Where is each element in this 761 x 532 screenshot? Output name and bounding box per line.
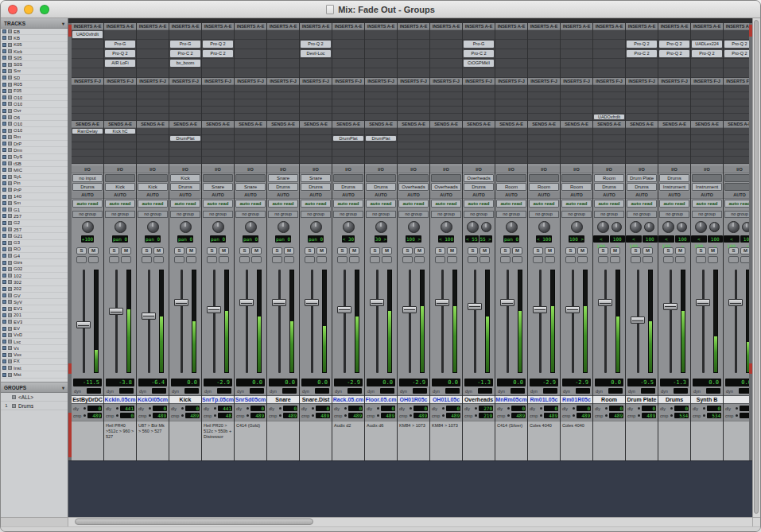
pan-knob[interactable] [212,221,224,233]
send-slot[interactable] [104,157,136,164]
pan-display-right[interactable]: 100 > [643,235,658,243]
track-list-item[interactable]: O10 [1,127,68,134]
input-selector[interactable]: Overheads [464,174,494,182]
tracks-panel-header[interactable]: TRACKS ▾ [1,18,68,29]
send-slot[interactable] [332,128,364,135]
output-selector[interactable]: Snare [203,183,233,191]
pan-display[interactable]: < 100 [691,235,707,243]
send-slot[interactable] [202,142,234,150]
insert-slot[interactable] [137,30,169,40]
automation-mode-button[interactable]: auto read [496,200,526,208]
mute-button[interactable]: M [480,247,490,254]
pan-display[interactable]: pan 0 [145,235,161,243]
insert-slot[interactable] [626,59,658,68]
track-list-item[interactable]: SyV [1,299,68,305]
insert-slot[interactable] [658,114,690,121]
insert-slot[interactable] [658,85,690,92]
input-selector[interactable] [366,174,396,182]
automation-mode-button[interactable]: auto read [268,200,298,208]
input-selector[interactable] [333,174,363,182]
send-slot[interactable] [104,142,136,150]
group-assignment-button[interactable]: no group [659,211,689,218]
send-slot[interactable] [169,157,201,164]
automation-mode-button[interactable]: auto read [627,200,657,208]
track-name[interactable]: OH01R05c [398,395,429,404]
group-assignment-button[interactable]: no group [529,211,559,218]
track-comment[interactable]: Coles 4040 [528,421,560,460]
pan-display[interactable]: pan 0 [112,235,128,243]
insert-slot[interactable] [593,40,625,49]
group-assignment-button[interactable]: no group [692,211,722,218]
track-list-item[interactable]: 257 [1,213,68,219]
input-selector[interactable] [398,174,429,182]
insert-slot[interactable] [463,92,495,99]
horizontal-scrollbar[interactable] [68,518,752,526]
pan-display-right[interactable]: 100 > [610,235,626,243]
vertical-scrollbar[interactable] [752,18,760,517]
track-name[interactable]: Rm01R05c [561,395,592,404]
track-list-item[interactable]: SD [1,75,68,81]
insert-slot[interactable] [593,85,625,92]
send-slot[interactable] [691,157,723,164]
track-comment[interactable] [463,421,495,460]
insert-slot[interactable] [724,30,749,40]
insert-slot[interactable] [593,30,625,40]
automation-mode-button[interactable]: auto read [398,200,429,208]
insert-slot[interactable] [561,68,592,78]
pan-knob-right[interactable] [709,222,720,232]
cmp-value[interactable]: 489 [609,413,623,418]
output-window-button[interactable] [370,256,380,263]
insert-slot[interactable] [398,99,429,107]
mute-button[interactable]: M [740,247,749,254]
insert-slot[interactable] [724,68,749,78]
insert-slot[interactable] [724,92,749,99]
group-assignment-button[interactable]: no group [333,211,363,218]
insert-slot[interactable] [691,85,723,92]
fader-handle[interactable] [435,299,449,306]
insert-slot[interactable] [658,30,690,40]
fader-handle[interactable] [631,316,645,324]
fader-handle[interactable] [598,299,612,306]
track-comment[interactable]: Audix d2 [332,421,364,460]
send-slot[interactable] [235,135,266,142]
insert-slot[interactable] [365,59,397,68]
insert-slot[interactable] [267,114,299,121]
insert-slot[interactable] [267,85,299,92]
pan-knob-right[interactable] [612,222,622,232]
cmp-value[interactable]: 489 [153,413,167,418]
track-comment[interactable] [626,421,658,460]
send-slot[interactable] [724,142,749,150]
cmp-value[interactable]: 489 [414,413,428,418]
insert-slot[interactable] [332,114,364,121]
output-window-button[interactable] [435,256,445,263]
send-slot[interactable] [169,150,201,157]
output-window-button[interactable] [663,256,674,263]
track-list-item[interactable]: 302 [1,279,68,285]
group-assignment-button[interactable]: no group [301,211,331,218]
output-window-button[interactable] [174,256,184,263]
dly-value[interactable]: 0 [348,406,363,411]
insert-slot[interactable] [72,68,103,78]
insert-plugin-label[interactable]: Pro-Q 2 [627,41,657,48]
input-selector[interactable]: Snare [268,174,298,182]
insert-slot[interactable] [104,92,136,99]
track-list-item[interactable]: Gtrs [1,259,68,266]
input-selector[interactable] [138,174,168,182]
send-slot[interactable] [593,142,625,150]
cmp-value[interactable]: 489 [381,413,395,418]
insert-slot[interactable] [365,49,397,59]
pan-display[interactable]: pan 0 [503,235,519,243]
send-slot[interactable] [724,135,749,142]
pan-display[interactable]: < 100 [658,235,674,243]
insert-slot[interactable] [365,68,397,78]
group-list-item[interactable]: 1 Drums [1,402,68,410]
group-assignment-button[interactable]: no group [496,211,526,218]
pan-knob-right[interactable] [644,222,654,232]
insert-slot[interactable]: Pro-C 2 [202,49,234,59]
insert-slot[interactable]: Pro-C 2 [463,49,495,59]
insert-slot[interactable]: Pro-Q 2 [104,49,136,59]
insert-plugin-label[interactable]: Pro-Q 2 [724,41,749,48]
insert-slot[interactable]: Pro-Q 2 [658,40,690,49]
send-slot[interactable] [235,150,266,157]
fader-handle[interactable] [696,299,710,306]
